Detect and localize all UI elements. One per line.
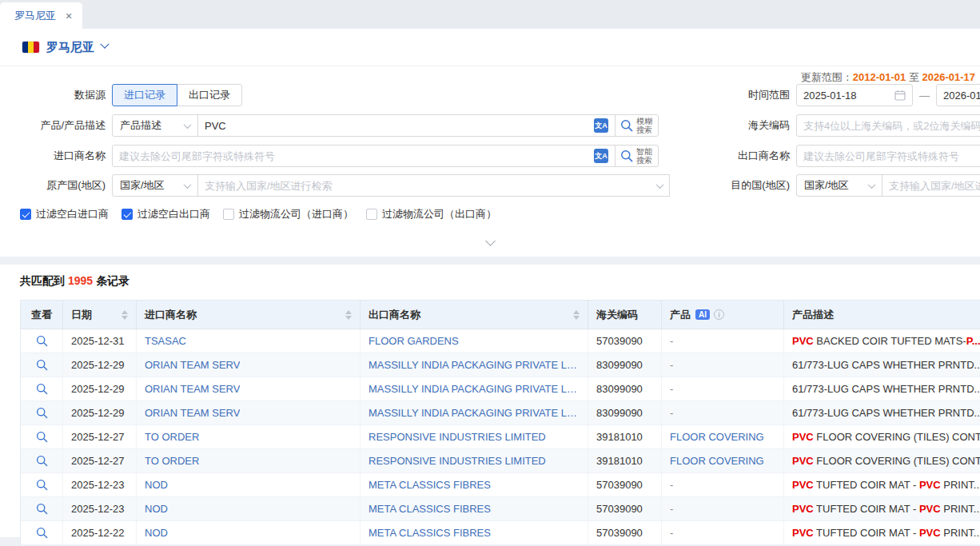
- destination-country-select[interactable]: 国家/地区: [796, 174, 882, 197]
- fuzzy-search-button[interactable]: 模糊搜索: [615, 114, 659, 137]
- filter-checkbox[interactable]: 过滤物流公司（出口商）: [366, 207, 496, 221]
- country-selector[interactable]: 罗马尼亚: [46, 40, 94, 55]
- product-desc-cell: PVC BACKED COIR TUFTED MATS-P...: [784, 329, 980, 353]
- importer-link[interactable]: TO ORDER: [145, 431, 199, 443]
- importer-link[interactable]: NOD: [145, 503, 168, 515]
- checkbox-icon[interactable]: [366, 209, 377, 220]
- destination-country-input-field[interactable]: [889, 180, 980, 192]
- header-exporter[interactable]: 出口商名称: [361, 301, 588, 329]
- end-date-value[interactable]: [943, 90, 980, 102]
- view-record-button[interactable]: [36, 527, 48, 539]
- filter-checkbox[interactable]: 过滤空白进口商: [20, 207, 109, 221]
- data-source-tabs: 进口记录 出口记录: [112, 84, 242, 106]
- checkbox-icon[interactable]: [20, 209, 31, 220]
- desc-segment: PRINT...: [941, 503, 980, 515]
- filter-checkbox[interactable]: 过滤物流公司（进口商）: [223, 207, 353, 221]
- product-input-field[interactable]: [205, 120, 589, 132]
- view-record-button[interactable]: [36, 335, 48, 347]
- table-row: 2025-12-27TO ORDERRESPONSIVE INDUSTRIES …: [21, 449, 980, 473]
- product-field-select[interactable]: 产品描述: [112, 114, 198, 137]
- origin-country-select[interactable]: 国家/地区: [112, 174, 198, 197]
- smart-search-button[interactable]: 智能搜索: [615, 145, 659, 167]
- hs-code-input[interactable]: [796, 114, 980, 137]
- view-record-button[interactable]: [36, 359, 48, 371]
- importer-link[interactable]: ORIAN TEAM SERV: [145, 407, 240, 419]
- view-record-button[interactable]: [36, 455, 48, 467]
- importer-link[interactable]: NOD: [145, 527, 168, 539]
- origin-country-input[interactable]: [197, 174, 670, 197]
- product-link[interactable]: FLOOR COVERING: [670, 455, 764, 467]
- hs-code-cell: 83099090: [588, 353, 662, 377]
- view-record-button[interactable]: [36, 407, 48, 419]
- hs-code-cell: 39181010: [588, 425, 662, 449]
- exporter-link[interactable]: META CLASSICS FIBRES: [368, 479, 491, 491]
- importer-link[interactable]: ORIAN TEAM SERV: [145, 359, 240, 371]
- importer-link[interactable]: TSASAC: [145, 335, 186, 347]
- sort-icons[interactable]: [573, 310, 580, 320]
- header-product: 产品 AI: [662, 301, 784, 329]
- close-icon[interactable]: ×: [66, 10, 72, 22]
- header-hs-code: 海关编码: [588, 301, 662, 329]
- exporter-link[interactable]: MASSILLY INDIA PACKAGING PRIVATE LIMI...: [368, 359, 580, 371]
- checkbox-icon[interactable]: [122, 209, 133, 220]
- view-cell: [21, 425, 63, 449]
- translate-icon[interactable]: 文A: [594, 149, 608, 163]
- product-input[interactable]: 文A: [197, 114, 615, 137]
- filter-row-product: 产品/产品描述 产品描述 文A 模糊搜索 海关编码: [0, 114, 980, 137]
- importer-controls: 文A 智能搜索: [112, 145, 659, 167]
- importer-link[interactable]: ORIAN TEAM SERV: [145, 383, 240, 395]
- summary-prefix: 共匹配到: [20, 274, 65, 287]
- product-link[interactable]: FLOOR COVERING: [670, 431, 764, 443]
- view-record-button[interactable]: [36, 431, 48, 443]
- sort-icons[interactable]: [345, 310, 352, 320]
- origin-country-input-field[interactable]: [205, 180, 652, 192]
- view-record-button[interactable]: [36, 479, 48, 491]
- collapse-panel-control[interactable]: [0, 237, 980, 245]
- exporter-link[interactable]: MASSILLY INDIA PACKAGING PRIVATE LIMI...: [368, 383, 580, 395]
- tab-romania[interactable]: 罗马尼亚 ×: [0, 2, 82, 29]
- exporter-label: 出口商名称: [684, 145, 790, 167]
- exporter-link[interactable]: MASSILLY INDIA PACKAGING PRIVATE LIMI...: [368, 407, 580, 419]
- end-date-input[interactable]: [936, 84, 980, 106]
- product-cell: FLOOR COVERING: [662, 449, 784, 473]
- sort-icons[interactable]: [122, 310, 128, 320]
- exporter-input[interactable]: [796, 145, 980, 167]
- importer-link[interactable]: NOD: [145, 479, 168, 491]
- view-record-button[interactable]: [36, 503, 48, 515]
- exporter-link[interactable]: RESPONSIVE INDUSTRIES LIMITED: [368, 455, 546, 467]
- page-header: 罗马尼亚: [0, 29, 980, 66]
- magnifier-icon: [36, 383, 48, 395]
- product-cell: FLOOR COVERING: [662, 425, 784, 449]
- exporter-link[interactable]: META CLASSICS FIBRES: [368, 527, 491, 539]
- exporter-input-field[interactable]: [803, 150, 980, 162]
- view-record-button[interactable]: [36, 383, 48, 395]
- header-importer[interactable]: 进口商名称: [137, 301, 361, 329]
- desc-segment: BACKED COIR TUFTED MATS-: [814, 335, 966, 347]
- importer-input-field[interactable]: [119, 150, 589, 162]
- product-desc-cell: PVC TUFTED COIR MAT - PVC PRINT...: [784, 497, 980, 521]
- desc-segment: 61/773-LUG CAPS WHETHER PRNTD...: [792, 383, 980, 395]
- importer-link[interactable]: TO ORDER: [145, 455, 199, 467]
- table-row: 2025-12-29ORIAN TEAM SERVMASSILLY INDIA …: [21, 353, 980, 377]
- checkbox-label: 过滤物流公司（出口商）: [382, 207, 496, 221]
- translate-icon[interactable]: 文A: [594, 118, 608, 133]
- chevron-down-icon[interactable]: [100, 40, 109, 49]
- exporter-link[interactable]: FLOOR GARDENS: [368, 335, 459, 347]
- date-cell: 2025-12-29: [63, 377, 137, 401]
- checkbox-icon[interactable]: [223, 209, 234, 220]
- product-cell: -: [662, 473, 784, 497]
- exporter-link[interactable]: RESPONSIVE INDUSTRIES LIMITED: [368, 431, 546, 443]
- tab-export-records[interactable]: 出口记录: [177, 84, 242, 106]
- filter-checkbox[interactable]: 过滤空白出口商: [122, 207, 210, 221]
- start-date-input[interactable]: [796, 84, 913, 106]
- update-range-to: 2026-01-17: [922, 71, 976, 83]
- destination-country-input[interactable]: [882, 174, 980, 197]
- exporter-link[interactable]: META CLASSICS FIBRES: [368, 503, 491, 515]
- start-date-value[interactable]: [803, 90, 890, 102]
- header-date[interactable]: 日期: [63, 301, 137, 329]
- importer-input[interactable]: 文A: [112, 145, 615, 167]
- tab-import-records[interactable]: 进口记录: [112, 84, 177, 106]
- hs-code-input-field[interactable]: [803, 120, 980, 132]
- product-controls: 产品描述 文A 模糊搜索: [112, 114, 659, 137]
- info-icon[interactable]: [714, 309, 724, 320]
